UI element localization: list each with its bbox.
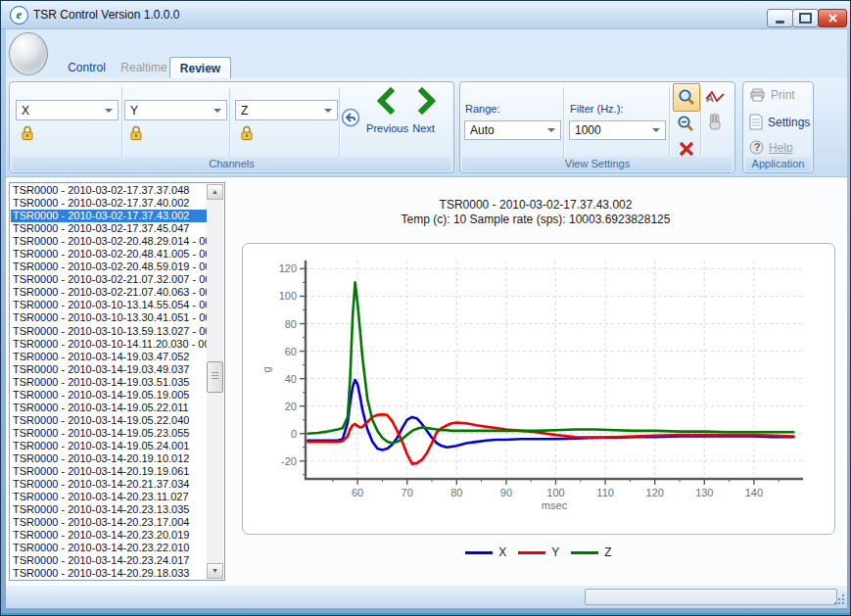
- legend-label: Z: [604, 545, 611, 559]
- minimize-button[interactable]: [767, 9, 793, 27]
- chart-subtitle: Temp (c): 10 Sample rate (sps): 10003.69…: [237, 213, 834, 226]
- list-item[interactable]: TSR0000 - 2010-03-02-21.07.40.063 - 00: [11, 286, 207, 299]
- red-x-icon: [678, 140, 695, 158]
- separator: [700, 87, 702, 158]
- list-item[interactable]: TSR0000 - 2010-03-14-19.03.47.052: [11, 351, 207, 363]
- tab-realtime: Realtime: [116, 58, 172, 77]
- group-application: Print Settings ? Help Application: [742, 81, 814, 173]
- channel-x-dropdown[interactable]: X: [16, 100, 118, 120]
- maximize-button[interactable]: [792, 9, 819, 27]
- list-item[interactable]: TSR0000 - 2010-03-02-17.37.40.002: [11, 197, 207, 210]
- app-icon: e: [10, 6, 28, 24]
- lock-z-icon[interactable]: [239, 124, 255, 141]
- list-item[interactable]: TSR0000 - 2010-03-02-17.37.43.002: [11, 210, 207, 222]
- close-icon: [827, 13, 838, 24]
- list-item[interactable]: TSR0000 - 2010-03-02-20.48.29.014 - 00: [11, 235, 207, 248]
- zoom-out-button[interactable]: [675, 113, 696, 134]
- print-label: Print: [771, 88, 795, 102]
- zoom-in-button[interactable]: [673, 83, 700, 112]
- group-label-view-settings: View Settings: [462, 157, 733, 171]
- list-item[interactable]: TSR0000 - 2010-03-14-20.21.37.034: [11, 478, 207, 491]
- svg-text:100: 100: [279, 290, 297, 302]
- lock-x-icon[interactable]: [20, 124, 35, 141]
- close-button[interactable]: [818, 9, 847, 27]
- window-title: TSR Control Version 1.0.0.0: [33, 8, 179, 22]
- list-item[interactable]: TSR0000 - 2010-03-14-19.05.23.055: [11, 427, 207, 440]
- chevron-down-icon: [105, 109, 113, 113]
- scrollbar-thumb[interactable]: [207, 361, 223, 393]
- list-item[interactable]: TSR0000 - 2010-03-14-20.29.18.033: [11, 567, 207, 579]
- svg-text:120: 120: [646, 487, 664, 498]
- fit-curves-button[interactable]: A: [703, 86, 727, 108]
- chart-plot[interactable]: -200204060801001206070809010011012013014…: [243, 244, 834, 534]
- resize-grip[interactable]: [834, 594, 844, 604]
- pan-hand-button[interactable]: [703, 112, 727, 135]
- back-arrow-button[interactable]: [341, 108, 360, 127]
- legend-swatch: [518, 551, 545, 554]
- filter-dropdown[interactable]: 1000: [569, 120, 666, 140]
- scroll-down-icon[interactable]: ▼: [207, 563, 223, 579]
- previous-chevron-icon: [375, 87, 397, 115]
- lock-y-icon[interactable]: [128, 124, 144, 141]
- svg-text:?: ?: [754, 141, 761, 153]
- list-item[interactable]: TSR0000 - 2010-03-14-19.05.24.001: [11, 440, 207, 452]
- channel-y-value: Y: [130, 104, 138, 118]
- svg-text:g: g: [260, 366, 272, 372]
- help-button: ? Help: [749, 140, 793, 155]
- list-item[interactable]: TSR0000 - 2010-03-14-20.23.11.027: [11, 491, 207, 503]
- list-item[interactable]: TSR0000 - 2010-03-10-14.11.20.030 - 00: [11, 338, 207, 351]
- list-item[interactable]: TSR0000 - 2010-03-14-20.19.19.061: [11, 465, 207, 478]
- list-item[interactable]: TSR0000 - 2010-03-14-20.23.13.035: [11, 503, 207, 516]
- list-item[interactable]: TSR0000 - 2010-03-02-20.48.41.005 - 00: [11, 248, 207, 261]
- tab-control[interactable]: Control: [60, 58, 114, 77]
- list-item[interactable]: TSR0000 - 2010-03-02-17.37.45.047: [11, 222, 207, 235]
- list-item[interactable]: TSR0000 - 2010-03-02-21.07.32.007 - 00: [11, 273, 207, 286]
- channel-z-dropdown[interactable]: Z: [235, 100, 338, 120]
- tab-review[interactable]: Review: [169, 57, 231, 78]
- channel-y-dropdown[interactable]: Y: [124, 100, 227, 120]
- list-item[interactable]: TSR0000 - 2010-03-14-20.23.20.019: [11, 529, 207, 542]
- list-item[interactable]: TSR0000 - 2010-03-02-20.48.59.019 - 00: [11, 261, 207, 273]
- channel-z-value: Z: [241, 104, 248, 118]
- legend-item: Y: [518, 545, 559, 559]
- settings-label: Settings: [768, 116, 810, 129]
- separator: [121, 87, 123, 158]
- status-progress-bar: [585, 589, 837, 605]
- application-orb-button[interactable]: [9, 32, 48, 75]
- list-item[interactable]: TSR0000 - 2010-03-14-20.23.24.017: [11, 554, 207, 567]
- previous-button[interactable]: [375, 87, 397, 115]
- scrollbar[interactable]: ▲ ▼: [207, 184, 223, 579]
- list-item[interactable]: TSR0000 - 2010-03-10-13.30.41.051 - 00: [11, 311, 207, 324]
- list-item[interactable]: TSR0000 - 2010-03-02-17.37.37.048: [11, 184, 207, 197]
- svg-text:90: 90: [500, 487, 512, 498]
- list-item[interactable]: TSR0000 - 2010-03-14-19.03.49.037: [11, 363, 207, 376]
- file-list-panel: TSR0000 - 2010-03-02-17.37.37.048TSR0000…: [9, 182, 225, 581]
- list-item[interactable]: TSR0000 - 2010-03-14-19.05.22.011: [11, 402, 207, 414]
- list-item[interactable]: TSR0000 - 2010-03-14-20.23.22.010: [11, 542, 207, 554]
- chart-card: -200204060801001206070809010011012013014…: [242, 243, 835, 535]
- titlebar[interactable]: e TSR Control Version 1.0.0.0: [1, 1, 850, 29]
- group-channels: X Y Z: [9, 81, 454, 173]
- channel-x-value: X: [22, 104, 29, 118]
- svg-text:100: 100: [546, 487, 564, 498]
- group-view-settings: Range: Auto Filter (Hz.): 1000 A: [459, 81, 735, 173]
- group-label-application: Application: [745, 157, 811, 171]
- filter-label: Filter (Hz.):: [570, 103, 623, 115]
- scroll-up-icon[interactable]: ▲: [207, 184, 223, 200]
- list-item[interactable]: TSR0000 - 2010-03-14-19.05.22.040: [11, 414, 207, 427]
- settings-button[interactable]: Settings: [749, 114, 810, 130]
- list-item[interactable]: TSR0000 - 2010-03-14-20.19.10.012: [11, 452, 207, 465]
- svg-text:140: 140: [745, 487, 763, 498]
- svg-text:120: 120: [279, 262, 297, 274]
- list-item[interactable]: TSR0000 - 2010-03-14-19.03.51.035: [11, 376, 207, 389]
- list-item[interactable]: TSR0000 - 2010-03-10-13.14.55.054 - 00: [11, 299, 207, 311]
- list-item[interactable]: TSR0000 - 2010-03-10-13.59.13.027 - 00: [11, 325, 207, 338]
- svg-text:70: 70: [402, 487, 413, 498]
- next-label[interactable]: Next: [402, 122, 446, 134]
- next-button[interactable]: [416, 87, 438, 115]
- help-label: Help: [769, 141, 793, 155]
- list-item[interactable]: TSR0000 - 2010-03-14-19.05.19.005: [11, 389, 207, 402]
- range-dropdown[interactable]: Auto: [464, 120, 561, 140]
- list-item[interactable]: TSR0000 - 2010-03-14-20.23.17.004: [11, 516, 207, 529]
- app-window: e TSR Control Version 1.0.0.0 Control Re…: [0, 0, 851, 616]
